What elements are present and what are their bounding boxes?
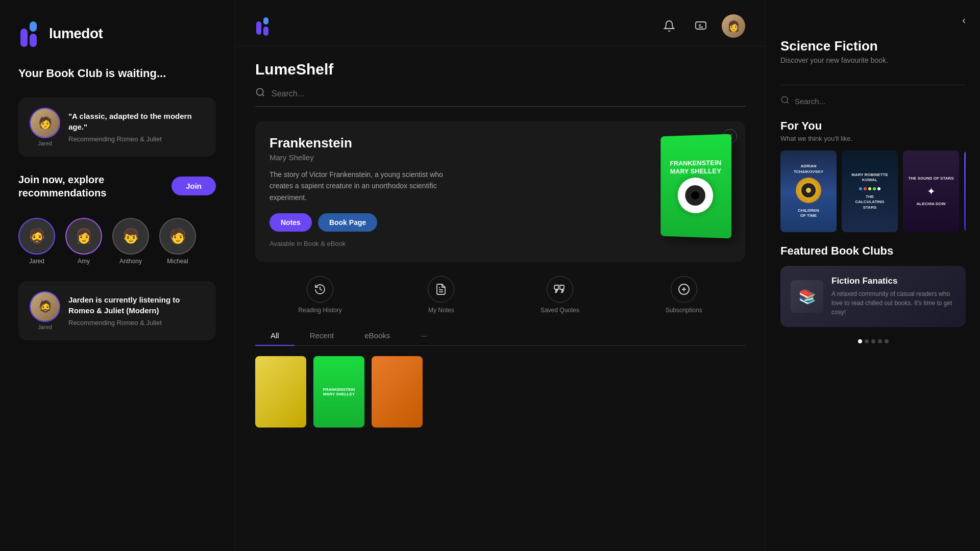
pagination-dots	[780, 339, 966, 343]
divider-1	[780, 85, 966, 85]
recommendation-quote: "A classic, adapted to the modern age."	[68, 111, 205, 132]
member-avatar-jared: 🧔	[18, 218, 55, 255]
listening-sub: Recommending Romeo & Juliet	[68, 319, 205, 327]
tab-ebooks[interactable]: eBooks	[349, 326, 405, 346]
message-button[interactable]	[690, 15, 712, 37]
featured-book-cover: FrankensteinMary Shelley	[660, 134, 731, 239]
member-amy[interactable]: 👩 Amy	[65, 218, 102, 265]
tab-recent[interactable]: Recent	[295, 326, 350, 346]
header-logo-icon	[255, 16, 274, 36]
logo-area: lumedot	[18, 20, 216, 47]
book-availability: Avaiable in Book & eBook	[270, 240, 647, 247]
book-partial-4	[964, 151, 966, 232]
listening-avatar: 🧔	[30, 291, 60, 322]
left-sidebar: lumedot Your Book Club is waiting... 🧑 J…	[0, 0, 235, 551]
join-button[interactable]: Join	[172, 177, 216, 195]
member-jared[interactable]: 🧔 Jared	[18, 218, 55, 265]
notes-button[interactable]: Notes	[270, 213, 312, 232]
right-search-icon	[780, 95, 790, 107]
member-micheal[interactable]: 🧑 Micheal	[159, 218, 196, 265]
svg-rect-2	[30, 34, 37, 47]
subscriptions-item[interactable]: Subscriptions	[666, 276, 702, 314]
book-club-heading: Your Book Club is waiting...	[18, 66, 216, 81]
listening-text: Jarden is currently listening to Romeo &…	[68, 294, 205, 316]
recommender-name: Jared	[38, 140, 52, 146]
search-icon	[255, 87, 265, 100]
member-name-jared: Jared	[29, 258, 44, 265]
member-name-amy: Amy	[78, 258, 90, 265]
lumeshelf-title: LumeShelf	[255, 61, 745, 78]
center-content: LumeShelf ✕ Frankenstein Mary Shelley Th…	[235, 46, 766, 551]
member-name-anthony: Anthony	[119, 258, 142, 265]
club-name: Fiction Fanatics	[831, 276, 955, 286]
genre-subtitle: Discover your new favourite book.	[780, 56, 966, 64]
back-button[interactable]: ‹	[962, 14, 966, 26]
subscriptions-icon	[671, 276, 697, 303]
featured-book-desc: The story of Victor Frankenstein, a youn…	[270, 169, 453, 203]
book-calculating-stars[interactable]: MARY ROBINETTE KOWAL THECALCULATINGSTARS	[842, 151, 898, 232]
search-input[interactable]	[272, 89, 745, 98]
book-page-button[interactable]: Book Page	[318, 213, 377, 232]
for-you-books: ADRIANTCHAIKOVSKY CHILDRENOF TIME MARY R…	[780, 151, 966, 232]
dot-5[interactable]	[885, 339, 889, 343]
center-main: 👩 LumeShelf ✕ Frankenstein Mary Shelley …	[235, 0, 766, 551]
reading-history-item[interactable]: Reading History	[298, 276, 341, 314]
saved-quotes-label: Saved Quotes	[541, 307, 579, 314]
reading-history-icon	[307, 276, 333, 303]
saved-quotes-item[interactable]: Saved Quotes	[541, 276, 579, 314]
svg-rect-4	[263, 17, 268, 24]
tab-all[interactable]: All	[255, 326, 295, 346]
member-avatar-amy: 👩	[65, 218, 102, 255]
members-row: 🧔 Jared 👩 Amy 👦 Anthony 🧑 Micheal	[18, 218, 216, 265]
for-you-title: For You	[780, 119, 966, 133]
search-bar	[255, 87, 745, 107]
featured-clubs-title: Featured Book Clubs	[780, 244, 966, 258]
join-section: Join now, explore recommendations Join	[18, 173, 216, 199]
book-thumb-3[interactable]	[372, 356, 423, 428]
member-avatar-anthony: 👦	[112, 218, 149, 255]
header-icons: 👩	[658, 14, 745, 38]
dot-4[interactable]	[878, 339, 882, 343]
member-anthony[interactable]: 👦 Anthony	[112, 218, 149, 265]
notification-button[interactable]	[658, 15, 680, 37]
svg-rect-6	[696, 22, 706, 29]
svg-rect-5	[263, 27, 268, 36]
reading-history-label: Reading History	[298, 307, 341, 314]
right-search-input[interactable]	[795, 97, 966, 106]
my-notes-item[interactable]: My Notes	[428, 276, 454, 314]
tab-more[interactable]: ···	[405, 326, 443, 346]
club-fiction-fanatics[interactable]: 📚 Fiction Fanatics A relaxed community o…	[780, 266, 966, 327]
for-you-subtitle: What we think you'll like.	[780, 135, 966, 142]
listening-avatar-name: Jared	[38, 324, 52, 330]
shelf-tabs: All Recent eBooks ···	[255, 326, 745, 346]
books-row: FRANKENSTEINMARY SHELLEY	[255, 356, 745, 428]
member-avatar-micheal: 🧑	[159, 218, 196, 255]
book-children-of-time[interactable]: ADRIANTCHAIKOVSKY CHILDRENOF TIME	[780, 151, 837, 232]
featured-book-card: ✕ Frankenstein Mary Shelley The story of…	[255, 121, 745, 262]
subscriptions-label: Subscriptions	[666, 307, 702, 314]
recommendation-card: 🧑 Jared "A classic, adapted to the moder…	[18, 97, 216, 157]
dot-3[interactable]	[871, 339, 875, 343]
saved-quotes-icon	[547, 276, 573, 303]
svg-point-7	[257, 89, 263, 95]
svg-rect-0	[20, 29, 28, 47]
book-actions: Notes Book Page	[270, 213, 647, 232]
svg-rect-1	[30, 21, 37, 32]
right-header: ‹	[780, 14, 966, 26]
right-sidebar: ‹ Science Fiction Discover your new favo…	[766, 0, 980, 551]
dot-1[interactable]	[858, 339, 862, 343]
dot-2[interactable]	[865, 339, 869, 343]
center-header: 👩	[235, 0, 766, 46]
book-thumb-frankenstein[interactable]: FRANKENSTEINMARY SHELLEY	[313, 356, 364, 428]
user-avatar-header[interactable]: 👩	[722, 14, 745, 38]
book-thumb-1[interactable]	[255, 356, 306, 428]
listening-card: 🧔 Jared Jarden is currently listening to…	[18, 281, 216, 340]
right-search-bar	[780, 95, 966, 107]
featured-book-title: Frankenstein	[270, 135, 647, 151]
my-notes-icon	[428, 276, 454, 303]
genre-title: Science Fiction	[780, 38, 966, 54]
club-description: A relaxed community of casual readers wh…	[831, 289, 955, 317]
featured-book-author: Mary Shelley	[270, 153, 647, 162]
book-sound-of-stars[interactable]: THE SOUND OF STARS ✦ ALECHIA DOW	[903, 151, 959, 232]
shelf-icons-row: Reading History My Notes	[255, 276, 745, 314]
